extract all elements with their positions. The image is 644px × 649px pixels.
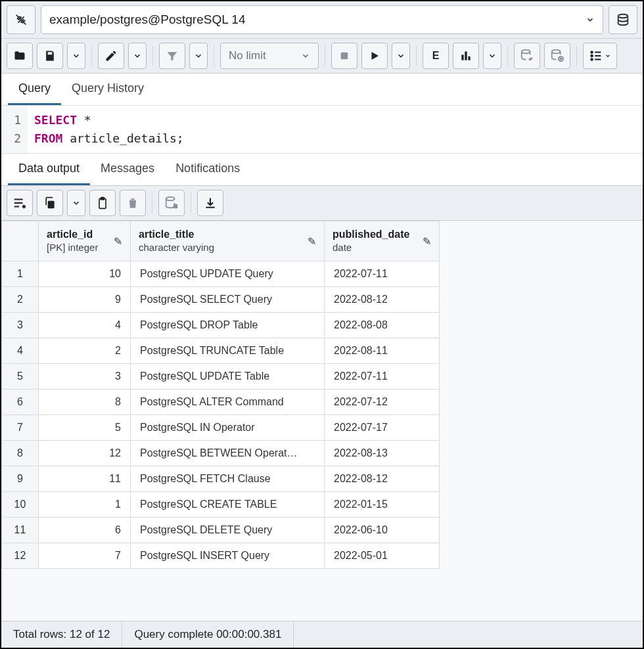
row-number[interactable]: 10	[2, 492, 39, 518]
row-number[interactable]: 3	[2, 313, 39, 338]
cell-article-id[interactable]: 5	[39, 415, 131, 441]
cell-article-title[interactable]: PostgreSQL DELETE Query	[131, 518, 325, 543]
cell-published-date[interactable]: 2022-08-12	[325, 466, 440, 492]
connection-select[interactable]: example/postgres@PostgreSQL 14	[41, 5, 603, 34]
cell-article-title[interactable]: PostgreSQL UPDATE Query	[131, 261, 325, 287]
cell-article-title[interactable]: PostgreSQL DROP Table	[131, 313, 325, 338]
row-number[interactable]: 7	[2, 415, 39, 441]
pencil-icon[interactable]: ✎	[423, 235, 431, 248]
rollback-button[interactable]	[544, 43, 570, 69]
tab-query-history[interactable]: Query History	[61, 74, 154, 105]
cell-article-id[interactable]: 12	[39, 441, 131, 466]
cell-article-id[interactable]: 8	[39, 390, 131, 415]
delete-button[interactable]	[120, 190, 146, 216]
pencil-icon[interactable]: ✎	[308, 235, 316, 248]
cell-article-id[interactable]: 2	[39, 338, 131, 364]
table-row[interactable]: 116PostgreSQL DELETE Query2022-06-10	[2, 518, 440, 543]
execute-button[interactable]	[361, 43, 388, 69]
tab-data-output[interactable]: Data output	[8, 154, 90, 185]
col-header-article-title[interactable]: article_titlecharacter varying ✎	[131, 221, 325, 261]
corner-cell[interactable]	[2, 221, 39, 261]
commit-button[interactable]	[514, 43, 540, 69]
cell-published-date[interactable]: 2022-07-17	[325, 415, 440, 441]
cell-article-title[interactable]: PostgreSQL FETCH Clause	[131, 466, 325, 492]
col-header-article-id[interactable]: article_id[PK] integer ✎	[39, 221, 131, 261]
row-number[interactable]: 8	[2, 441, 39, 466]
disconnected-icon-button[interactable]	[7, 5, 35, 34]
cell-published-date[interactable]: 2022-01-15	[325, 492, 440, 518]
row-number[interactable]: 12	[2, 543, 39, 569]
save-data-button[interactable]	[158, 190, 185, 216]
explain-dropdown[interactable]	[483, 43, 501, 69]
execute-dropdown[interactable]	[392, 43, 410, 69]
table-row[interactable]: 110PostgreSQL UPDATE Query2022-07-11	[2, 261, 440, 287]
cell-article-title[interactable]: PostgreSQL UPDATE Table	[131, 364, 325, 390]
macros-button[interactable]	[583, 43, 617, 69]
filter-dropdown[interactable]	[189, 43, 208, 69]
table-row[interactable]: 34PostgreSQL DROP Table2022-08-08	[2, 313, 440, 338]
add-row-button[interactable]	[7, 190, 33, 216]
cell-article-title[interactable]: PostgreSQL BETWEEN Operat…	[131, 441, 325, 466]
cell-article-id[interactable]: 7	[39, 543, 131, 569]
cell-published-date[interactable]: 2022-08-12	[325, 287, 440, 313]
table-row[interactable]: 911PostgreSQL FETCH Clause2022-08-12	[2, 466, 440, 492]
table-row[interactable]: 53PostgreSQL UPDATE Table2022-07-11	[2, 364, 440, 390]
tab-query[interactable]: Query	[8, 74, 61, 105]
copy-dropdown[interactable]	[67, 190, 85, 216]
edit-button[interactable]	[98, 43, 124, 69]
filter-button[interactable]	[159, 43, 185, 69]
tab-notifications[interactable]: Notifications	[165, 154, 250, 185]
table-row[interactable]: 75PostgreSQL IN Operator2022-07-17	[2, 415, 440, 441]
row-number[interactable]: 9	[2, 466, 39, 492]
cell-published-date[interactable]: 2022-06-10	[325, 518, 440, 543]
stop-button[interactable]	[331, 43, 357, 69]
table-row[interactable]: 127PostgreSQL INSERT Query2022-05-01	[2, 543, 440, 569]
cell-article-title[interactable]: PostgreSQL TRUNCATE Table	[131, 338, 325, 364]
explain-analyze-button[interactable]	[453, 43, 479, 69]
table-row[interactable]: 29PostgreSQL SELECT Query2022-08-12	[2, 287, 440, 313]
cell-article-id[interactable]: 11	[39, 466, 131, 492]
paste-button[interactable]	[89, 190, 116, 216]
cell-published-date[interactable]: 2022-07-11	[325, 364, 440, 390]
row-number[interactable]: 6	[2, 390, 39, 415]
limit-select[interactable]: No limit	[220, 43, 319, 69]
cell-article-title[interactable]: PostgreSQL ALTER Command	[131, 390, 325, 415]
tab-messages[interactable]: Messages	[90, 154, 165, 185]
cell-article-id[interactable]: 10	[39, 261, 131, 287]
row-number[interactable]: 5	[2, 364, 39, 390]
cell-published-date[interactable]: 2022-08-11	[325, 338, 440, 364]
cell-article-id[interactable]: 9	[39, 287, 131, 313]
sql-editor[interactable]: 12 SELECT * FROM article_details;	[1, 105, 643, 154]
cell-published-date[interactable]: 2022-07-11	[325, 261, 440, 287]
cell-article-title[interactable]: PostgreSQL SELECT Query	[131, 287, 325, 313]
pencil-icon[interactable]: ✎	[114, 235, 122, 248]
open-button[interactable]	[7, 43, 33, 69]
row-number[interactable]: 2	[2, 287, 39, 313]
download-button[interactable]	[197, 190, 223, 216]
cell-article-title[interactable]: PostgreSQL INSERT Query	[131, 543, 325, 569]
cell-article-id[interactable]: 6	[39, 518, 131, 543]
cell-published-date[interactable]: 2022-08-08	[325, 313, 440, 338]
cell-article-title[interactable]: PostgreSQL IN Operator	[131, 415, 325, 441]
explain-button[interactable]: E	[423, 43, 449, 69]
copy-button[interactable]	[37, 190, 63, 216]
row-number[interactable]: 11	[2, 518, 39, 543]
cell-article-id[interactable]: 1	[39, 492, 131, 518]
save-dropdown[interactable]	[67, 43, 85, 69]
row-number[interactable]: 1	[2, 261, 39, 287]
table-row[interactable]: 812PostgreSQL BETWEEN Operat…2022-08-13	[2, 441, 440, 466]
cell-article-id[interactable]: 3	[39, 364, 131, 390]
cell-published-date[interactable]: 2022-08-13	[325, 441, 440, 466]
sql-code[interactable]: SELECT * FROM article_details;	[28, 106, 191, 153]
cell-article-title[interactable]: PostgreSQL CREATE TABLE	[131, 492, 325, 518]
cell-published-date[interactable]: 2022-05-01	[325, 543, 440, 569]
table-row[interactable]: 101PostgreSQL CREATE TABLE2022-01-15	[2, 492, 440, 518]
table-row[interactable]: 42PostgreSQL TRUNCATE Table2022-08-11	[2, 338, 440, 364]
new-connection-button[interactable]	[609, 5, 637, 34]
data-grid-wrap[interactable]: article_id[PK] integer ✎ article_titlech…	[1, 221, 643, 621]
cell-published-date[interactable]: 2022-07-12	[325, 390, 440, 415]
table-row[interactable]: 68PostgreSQL ALTER Command2022-07-12	[2, 390, 440, 415]
cell-article-id[interactable]: 4	[39, 313, 131, 338]
save-button[interactable]	[37, 43, 63, 69]
col-header-published-date[interactable]: published_datedate ✎	[325, 221, 440, 261]
